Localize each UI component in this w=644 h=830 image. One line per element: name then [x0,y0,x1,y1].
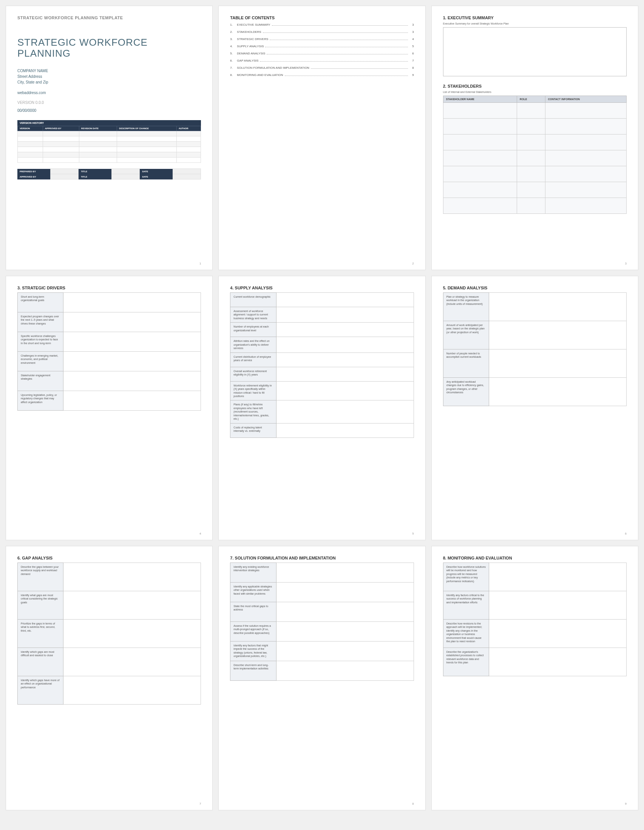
monitoring-table: Describe how workforce solutions will be… [443,562,627,676]
table-row: Assessment of workforce alignment / supp… [230,307,414,323]
answer-cell[interactable] [489,563,626,591]
prompt-cell: Identify any applicable strategies other… [230,583,276,602]
table-row: Identify any existing workforce interven… [230,563,414,583]
answer-cell[interactable] [276,401,414,423]
answer-cell[interactable] [276,622,414,642]
stakeholders-sub: List of Internal and External Stakeholde… [443,91,627,93]
answer-cell[interactable] [63,563,201,591]
answer-cell[interactable] [276,352,414,367]
table-row [443,166,626,182]
table-row [18,131,201,136]
exec-summary-box[interactable] [443,27,627,76]
strategic-drivers-table: Short and long-term organizational goals… [17,292,201,411]
prompt-cell: Plan or strategy to measure workload in … [443,293,489,321]
sig-approved-field[interactable] [50,174,79,179]
answer-cell[interactable] [63,619,201,648]
answer-cell[interactable] [276,367,414,381]
table-row [18,142,201,147]
toc-item: 6.GAP ANALYSIS7 [230,59,414,62]
answer-cell[interactable] [63,332,201,352]
prompt-cell: State the most critical gaps to address [230,602,276,622]
toc-label: DEMAND ANALYSIS [237,52,265,55]
table-row: Any anticipated workload changes due to … [443,378,626,406]
answer-cell[interactable] [489,648,626,676]
table-row: Identify any factors that might impede t… [230,642,414,661]
answer-cell[interactable] [489,591,626,619]
answer-cell[interactable] [276,323,414,337]
sig-prepared-field[interactable] [50,169,79,174]
table-row: Amount of work anticipated per year, bas… [443,321,626,350]
table-row: Plan or strategy to measure workload in … [443,293,626,321]
toc-page: 7 [410,59,414,62]
sig-date-field-2[interactable] [172,174,201,179]
vh-col-version: VERSION [18,126,43,131]
table-row [443,150,626,166]
prompt-cell: Plans (if any) to fill/rehire employees … [230,401,276,423]
toc-num: 1. [230,23,237,27]
sig-title-field-2[interactable] [111,174,140,179]
toc-dots [285,76,408,76]
table-row: Number of employees at each organization… [230,323,414,337]
answer-cell[interactable] [276,381,414,401]
table-row: Attrition rates and the effect on organi… [230,337,414,352]
toc-label: STRATEGIC DRIVERS [237,37,268,41]
table-row: State the most critical gaps to address [230,602,414,622]
toc-label: MONITORING AND EVALUATION [237,73,283,77]
sig-title-label-2: TITLE [79,174,111,179]
answer-cell[interactable] [489,378,626,406]
solution-table: Identify any existing workforce interven… [230,562,414,681]
prompt-cell: Workforce retirement eligibility in (X) … [230,381,276,401]
sig-title-label-1: TITLE [79,169,111,174]
toc-dots [265,47,408,47]
answer-cell[interactable] [276,602,414,622]
answer-cell[interactable] [276,423,414,437]
vh-col-desc: DESCRIPTION OF CHANGE [117,126,177,131]
stakeholders-table: STAKEHOLDER NAME ROLE CONTACT INFORMATIO… [443,96,627,214]
prompt-cell: Identify what gaps are most critical con… [18,591,63,619]
toc-dots [311,68,408,69]
answer-cell[interactable] [489,321,626,350]
answer-cell[interactable] [63,676,201,705]
answer-cell[interactable] [276,337,414,352]
answer-cell[interactable] [276,293,414,307]
page-number: 6 [625,532,627,535]
answer-cell[interactable] [63,591,201,619]
version-label: VERSION 0.0.0 [17,100,201,105]
table-row: Current workforce demographic [230,293,414,307]
answer-cell[interactable] [276,661,414,681]
answer-cell[interactable] [276,563,414,583]
toc-label: STAKEHOLDERS [237,30,261,33]
answer-cell[interactable] [63,312,201,332]
prompt-cell: Any anticipated workload changes due to … [443,378,489,406]
table-row: Costs of replacing talent internally vs.… [230,423,414,437]
stakeholders-heading: 2. STAKEHOLDERS [443,84,627,89]
toc-num: 7. [230,66,237,70]
answer-cell[interactable] [489,350,626,378]
answer-cell[interactable] [276,307,414,323]
answer-cell[interactable] [63,352,201,371]
answer-cell[interactable] [276,583,414,602]
answer-cell[interactable] [489,619,626,648]
prompt-cell: Stakeholder engagement strategies [18,371,63,391]
table-row: Overall workforce retirement eligibility… [230,367,414,381]
answer-cell[interactable] [63,391,201,411]
answer-cell[interactable] [276,642,414,661]
toc-dots [263,32,408,33]
strategic-drivers-heading: 3. STRATEGIC DRIVERS [17,286,201,290]
answer-cell[interactable] [489,293,626,321]
toc-num: 5. [230,52,237,55]
answer-cell[interactable] [63,293,201,312]
sig-date-field-1[interactable] [172,169,201,174]
answer-cell[interactable] [63,371,201,391]
prompt-cell: Challenges in emerging market, economic,… [18,352,63,371]
table-row [18,152,201,158]
page-8: 7. SOLUTION FORMULATION AND IMPLEMENTATI… [218,546,425,810]
toc-label: SUPPLY ANALYSIS [237,44,264,48]
answer-cell[interactable] [63,648,201,676]
sig-title-field-1[interactable] [111,169,140,174]
table-row: Describe how revisions to the approach w… [443,619,626,648]
toc-page: 6 [410,52,414,55]
prompt-cell: Describe how revisions to the approach w… [443,619,489,648]
prompt-cell: Identify which gaps are most difficult a… [18,648,63,676]
prompt-cell: Number of employees at each organization… [230,323,276,337]
